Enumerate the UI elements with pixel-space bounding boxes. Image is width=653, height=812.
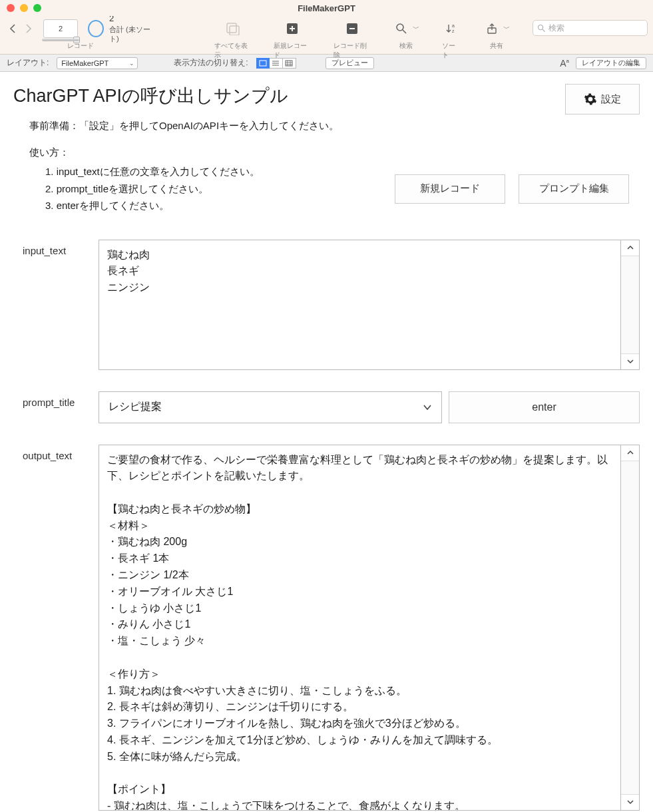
layout-select[interactable]: FileMakerGPT ⌄	[57, 57, 138, 69]
input-scroll	[621, 240, 640, 370]
view-form-button[interactable]	[256, 58, 270, 69]
quick-search-input[interactable]: 検索	[533, 20, 648, 36]
prompt-title-label: prompt_title	[13, 391, 99, 423]
search-icon	[537, 24, 546, 33]
svg-rect-10	[286, 61, 292, 66]
find-label: 検索	[399, 41, 413, 51]
content-area: CharGPT APIの呼び出しサンプル 事前準備：「設定」を押してOpenAI…	[0, 72, 653, 812]
svg-rect-1	[230, 26, 239, 35]
find-icon[interactable]	[393, 20, 410, 37]
find-dropdown-icon[interactable]: ﹀	[413, 24, 419, 33]
new-record-group: 新規レコード	[274, 17, 310, 60]
settings-label: 設定	[601, 93, 621, 106]
settings-button[interactable]: 設定	[565, 84, 640, 114]
find-group: ﹀ 検索	[393, 17, 419, 51]
output-scroll-down[interactable]	[621, 794, 639, 810]
delete-record-group: レコード削除	[333, 17, 370, 60]
chevron-down-icon: ⌄	[129, 60, 134, 67]
new-record-icon[interactable]	[284, 20, 301, 37]
svg-rect-9	[260, 61, 266, 66]
prompt-title-value: レシピ提案	[109, 400, 162, 414]
view-switch-label: 表示方法の切り替え:	[174, 57, 248, 69]
svg-text:a: a	[452, 23, 455, 28]
main-toolbar: 2 2 合計 (未ソート) レコード すべてを表示 新規レコード	[0, 16, 653, 55]
svg-point-4	[397, 24, 403, 31]
output-scroll	[621, 445, 640, 811]
preview-button[interactable]: プレビュー	[326, 57, 374, 69]
total-label: 合計 (未ソート)	[109, 25, 156, 44]
prompt-edit-button[interactable]: プロンプト編集	[519, 174, 629, 204]
record-nav-group: 2 2 合計 (未ソート) レコード	[5, 17, 156, 51]
window-title: FileMakerGPT	[0, 3, 653, 13]
view-table-button[interactable]	[283, 58, 296, 69]
input-text-label: input_text	[13, 240, 99, 256]
titlebar: FileMakerGPT	[0, 0, 653, 16]
output-text-label: output_text	[13, 445, 99, 461]
output-scroll-up[interactable]	[621, 445, 639, 461]
input-text-field[interactable]: 鶏むね肉 長ネギ ニンジン	[99, 240, 621, 370]
share-dropdown-icon[interactable]: ﹀	[503, 24, 510, 33]
prep-text: 事前準備：「設定」を押してOpenAIのAPIキーを入力してください。	[29, 117, 565, 134]
view-toggle	[256, 58, 296, 69]
new-record-button-label: 新規レコード	[420, 182, 480, 195]
preview-label: プレビュー	[331, 58, 368, 68]
prompt-edit-button-label: プロンプト編集	[539, 182, 609, 195]
edit-layout-label: レイアウトの編集	[582, 58, 640, 68]
usage-label: 使い方：	[29, 144, 640, 161]
input-scroll-down[interactable]	[621, 353, 639, 369]
format-icon[interactable]: Aa	[560, 58, 569, 69]
chevron-down-icon	[423, 404, 432, 411]
prompt-title-select[interactable]: レシピ提案	[99, 391, 442, 423]
show-all-icon[interactable]	[224, 20, 242, 37]
record-total: 2 合計 (未ソート)	[109, 13, 156, 43]
layout-label: レイアウト:	[7, 57, 49, 69]
enter-button[interactable]: enter	[449, 391, 640, 423]
gear-icon	[584, 93, 597, 106]
layout-value: FileMakerGPT	[61, 59, 109, 67]
next-record-button[interactable]	[21, 19, 36, 38]
layout-bar: レイアウト: FileMakerGPT ⌄ 表示方法の切り替え: プレビュー A…	[0, 55, 653, 72]
page-title: CharGPT APIの呼び出しサンプル	[13, 84, 565, 108]
svg-rect-0	[227, 23, 236, 33]
share-icon[interactable]	[483, 20, 501, 37]
sort-label: ソート	[442, 41, 461, 60]
slider-thumb[interactable]	[73, 37, 80, 43]
share-group: ﹀ 共有	[483, 17, 510, 51]
svg-text:z: z	[452, 29, 455, 33]
record-number: 2	[59, 25, 63, 33]
record-pie-icon	[88, 20, 104, 37]
edit-layout-button[interactable]: レイアウトの編集	[576, 57, 646, 69]
output-text-field[interactable]: ご要望の食材で作る、ヘルシーで栄養豊富な料理として「鶏むね肉と長ネギの炒め物」を…	[99, 445, 621, 811]
search-placeholder: 検索	[548, 23, 564, 34]
delete-record-icon[interactable]	[343, 20, 361, 37]
input-scroll-up[interactable]	[621, 240, 639, 256]
new-record-button[interactable]: 新規レコード	[395, 174, 505, 204]
sort-icon[interactable]: az	[443, 20, 460, 37]
prev-record-button[interactable]	[5, 19, 20, 38]
view-list-button[interactable]	[270, 58, 283, 69]
sort-group: az ソート	[442, 17, 461, 60]
record-slider[interactable]: 2	[43, 19, 77, 38]
show-all-group: すべてを表示	[214, 17, 251, 60]
share-label: 共有	[490, 41, 503, 51]
svg-point-8	[538, 25, 543, 29]
records-group-label: レコード	[67, 41, 94, 51]
enter-button-label: enter	[532, 401, 556, 413]
